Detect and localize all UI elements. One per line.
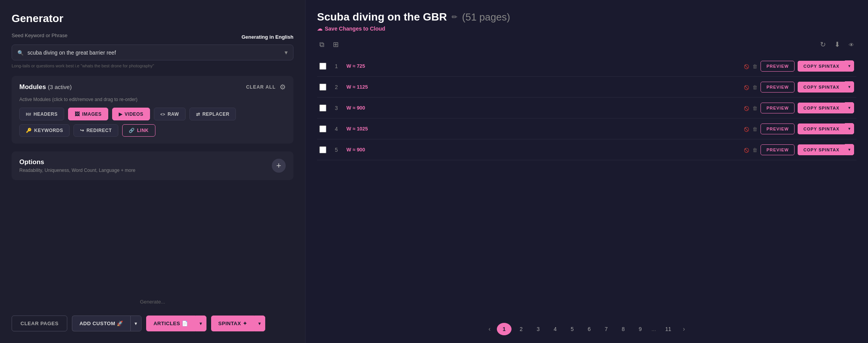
row-hide-button-1[interactable] [744,63,749,70]
spintax-dropdown-button[interactable]: ▾ [254,316,265,331]
copy-spintax-button-3[interactable]: COPY SPINTAX [798,103,845,113]
pagination-page-6[interactable]: 6 [582,323,597,335]
cloud-icon [317,26,322,32]
save-cloud-button[interactable]: Save Changes to Cloud [317,26,385,32]
clear-all-button[interactable]: CLEAR ALL [246,84,276,90]
module-redirect[interactable]: REDIRECT [73,124,118,137]
preview-button-2[interactable]: PREVIEW [761,82,795,93]
pagination-page-1[interactable]: 1 [497,323,512,335]
refresh-button[interactable] [818,38,828,51]
module-keywords[interactable]: KEYWORDS [19,124,70,137]
articles-icon: 📄 [182,321,188,326]
preview-button-5[interactable]: PREVIEW [761,144,795,155]
edit-title-icon[interactable] [452,13,457,21]
module-link[interactable]: LINK [122,124,155,137]
pagination-page-3[interactable]: 3 [531,323,546,335]
row-delete-button-4[interactable] [752,125,757,132]
copy-spintax-dropdown-2[interactable]: ▾ [845,81,854,93]
row-number-1: 1 [332,63,341,69]
copy-spintax-dropdown-3[interactable]: ▾ [845,102,854,113]
copy-spintax-button-2[interactable]: COPY SPINTAX [798,82,845,93]
pagination-page-2[interactable]: 2 [514,323,529,335]
pagination-page-5[interactable]: 5 [565,323,580,335]
module-raw[interactable]: RAW [154,108,186,120]
row-checkbox-5[interactable] [319,146,326,153]
right-header: Scuba diving on the GBR (51 pages) Save … [317,11,856,32]
generate-hint: Generate... [12,295,293,305]
modules-grid: HEADERS IMAGES VIDEOS RAW REPLACER KEYWO… [19,108,286,137]
copy-spintax-group-1: COPY SPINTAX ▾ [798,60,854,72]
row-hide-button-4[interactable] [744,125,749,132]
pagination-next-button[interactable]: › [679,323,689,335]
preview-button-4[interactable]: PREVIEW [761,123,795,134]
trash-icon [752,105,757,111]
headers-icon [26,111,31,117]
gear-button[interactable] [280,83,286,91]
project-title: Scuba diving on the GBR [317,11,447,23]
copy-spintax-dropdown-4[interactable]: ▾ [845,123,854,134]
row-checkbox-2[interactable] [319,84,326,91]
pagination-page-9[interactable]: 9 [633,323,648,335]
row-checkbox-1[interactable] [319,63,326,70]
row-hide-button-5[interactable] [744,146,749,153]
pagination-page-7[interactable]: 7 [599,323,614,335]
copy-spintax-group-2: COPY SPINTAX ▾ [798,81,854,93]
articles-dropdown-button[interactable]: ▾ [195,316,206,331]
module-videos[interactable]: VIDEOS [112,108,150,120]
download-button[interactable] [832,38,842,51]
row-delete-button-1[interactable] [752,63,757,70]
table-row: 1 W ≈ 725 PREVIEW COPY SPINTAX ▾ [317,56,856,77]
row-number-5: 5 [332,147,341,153]
copy-spintax-dropdown-1[interactable]: ▾ [845,60,854,72]
module-images[interactable]: IMAGES [68,108,108,120]
articles-button[interactable]: ARTICLES 📄 [146,316,195,331]
copy-spintax-button-4[interactable]: COPY SPINTAX [798,123,845,134]
preview-button-3[interactable]: PREVIEW [761,103,795,113]
replacer-icon [196,111,200,117]
pagination-page-8[interactable]: 8 [616,323,631,335]
trash-icon [752,84,757,90]
search-input[interactable] [27,50,281,56]
pagination-prev-button[interactable]: ‹ [485,323,495,335]
row-hide-button-3[interactable] [744,105,749,111]
pagination: ‹ 1 2 3 4 5 6 7 8 9 ... 11 › [317,317,856,335]
module-replacer[interactable]: REPLACER [189,108,236,120]
options-expand-button[interactable]: + [272,159,286,173]
row-number-4: 4 [332,126,341,132]
eye-off-icon [744,63,749,69]
redirect-icon [80,128,84,133]
row-actions-3: PREVIEW COPY SPINTAX ▾ [744,102,854,113]
row-delete-button-3[interactable] [752,105,757,111]
pages-toolbar-button[interactable] [331,38,341,51]
row-checkbox-3[interactable] [319,105,326,111]
eye-button[interactable] [846,38,856,51]
clear-pages-button[interactable]: CLEAR PAGES [12,316,67,331]
save-cloud-label: Save Changes to Cloud [325,26,385,32]
eye-icon [849,41,854,48]
pagination-ellipsis: ... [650,323,658,335]
row-delete-button-5[interactable] [752,146,757,153]
row-delete-button-2[interactable] [752,84,757,91]
pagination-page-4[interactable]: 4 [548,323,563,335]
row-hide-button-2[interactable] [744,84,749,91]
gear-icon [280,83,286,91]
pages-icon [333,41,339,48]
copy-spintax-button-5[interactable]: COPY SPINTAX [798,144,845,155]
panel-title: Generator [12,12,293,25]
chevron-down-icon [285,49,288,56]
spintax-button[interactable]: SPINTAX ✦ [211,316,254,331]
search-box[interactable] [12,45,293,60]
pages-table: 1 W ≈ 725 PREVIEW COPY SPINTAX ▾ 2 W ≈ 1… [317,56,856,317]
copy-spintax-button-1[interactable]: COPY SPINTAX [798,61,845,72]
add-custom-dropdown-button[interactable]: ▾ [130,316,142,331]
link-icon [129,128,135,133]
copy-toolbar-button[interactable] [317,38,327,51]
preview-button-1[interactable]: PREVIEW [761,61,795,72]
search-hint: Long-tails or questions work best i.e "w… [12,63,293,68]
add-custom-button[interactable]: ADD CUSTOM 🚀 [72,316,130,331]
module-headers[interactable]: HEADERS [19,108,64,120]
pagination-page-11[interactable]: 11 [660,323,677,335]
copy-spintax-dropdown-5[interactable]: ▾ [845,144,854,155]
pages-count: (51 pages) [462,11,510,23]
row-checkbox-4[interactable] [319,125,326,132]
